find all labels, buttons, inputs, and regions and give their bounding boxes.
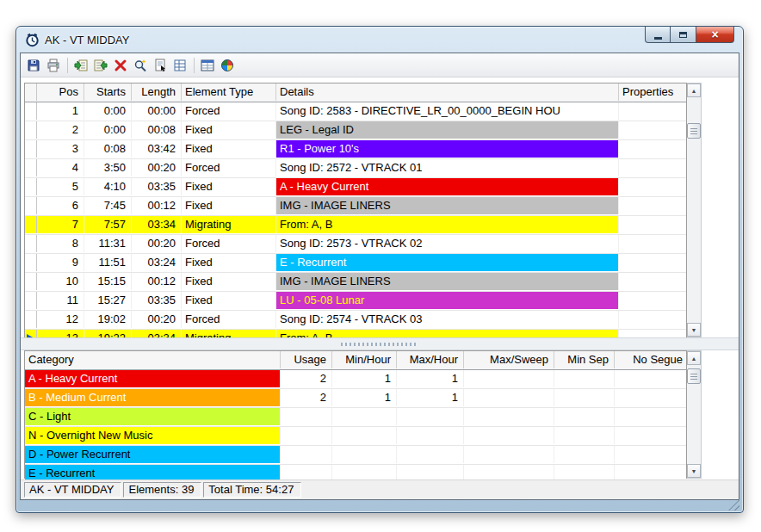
properties-button[interactable] [151,56,170,75]
cell-starts[interactable]: 7:45 [84,197,132,214]
cell-details[interactable]: From: A, B [276,216,619,233]
cell-no-segue[interactable] [615,408,688,425]
cell-usage[interactable] [281,446,332,463]
cell-element-type[interactable]: Fixed [182,254,276,271]
cell-usage[interactable]: 2 [281,370,332,387]
cell-usage[interactable]: 2 [281,389,332,406]
cell-element-type[interactable]: Fixed [182,292,276,309]
cell-min-hour[interactable]: 1 [332,389,397,406]
schedule-scrollbar[interactable]: ▲ ▼ [687,83,702,337]
cell-length[interactable]: 03:35 [132,178,182,195]
row-gutter[interactable] [25,121,37,139]
scroll-down-button[interactable]: ▼ [687,464,701,478]
minimize-button[interactable] [645,27,671,43]
cell-category[interactable]: N - Overnight New Music [25,427,281,444]
cell-max-sweep[interactable] [464,370,554,387]
cell-properties[interactable] [619,197,688,214]
column-header-usage[interactable]: Usage [281,351,332,368]
cell-properties[interactable] [619,273,688,290]
cell-pos[interactable]: 3 [37,140,84,158]
schedule-row[interactable]: 1015:1500:12FixedIMG - IMAGE LINERS [25,273,686,292]
cell-length[interactable]: 03:24 [132,254,182,271]
cell-element-type[interactable]: Fixed [182,273,276,290]
cell-min-sep[interactable] [554,370,615,387]
column-header-category[interactable]: Category [25,351,281,368]
cell-element-type[interactable]: Migrating [182,216,276,233]
scroll-thumb[interactable] [687,123,701,139]
schedule-row[interactable]: 30:0803:42FixedR1 - Power 10's [25,140,686,159]
cell-element-type[interactable]: Forced [182,102,276,120]
schedule-row[interactable]: 54:1003:35FixedA - Heavy Current [25,178,686,197]
cell-category[interactable]: A - Heavy Current [25,370,281,387]
row-gutter[interactable] [25,273,37,290]
cell-max-hour[interactable]: 1 [397,389,464,406]
cell-starts[interactable]: 0:08 [84,140,132,158]
cell-properties[interactable] [619,121,688,139]
column-header-details[interactable]: Details [276,84,619,101]
category-row[interactable]: C - Light [25,408,686,427]
schedule-row[interactable]: 77:5703:34MigratingFrom: A, B [25,216,686,235]
cell-starts[interactable]: 0:00 [84,121,132,139]
column-header-max-hour[interactable]: Max/Hour [397,351,464,368]
column-header-min-hour[interactable]: Min/Hour [332,351,397,368]
cell-properties[interactable] [619,292,688,309]
cell-starts[interactable]: 3:50 [84,159,132,176]
cell-properties[interactable] [619,140,688,158]
insert-element-button[interactable] [71,56,90,75]
cell-length[interactable]: 00:12 [132,197,182,214]
cell-details[interactable]: Song ID: 2572 - VTRACK 01 [276,159,619,176]
category-row[interactable]: N - Overnight New Music [25,427,686,446]
cell-details[interactable]: IMG - IMAGE LINERS [276,273,619,290]
cell-starts[interactable]: 15:15 [84,273,132,290]
cell-min-sep[interactable] [554,389,615,406]
cell-properties[interactable] [619,178,688,195]
cell-properties[interactable] [619,102,688,120]
category-row[interactable]: D - Power Recurrent [25,446,686,465]
cell-element-type[interactable]: Fixed [182,178,276,195]
find-button[interactable] [131,56,150,75]
column-header-max-sweep[interactable]: Max/Sweep [464,351,554,368]
cell-starts[interactable]: 11:31 [84,235,132,252]
cell-element-type[interactable]: Fixed [182,140,276,158]
cell-min-sep[interactable] [554,427,615,444]
scroll-track[interactable] [687,365,701,464]
cell-pos[interactable]: 2 [37,121,84,139]
cell-pos[interactable]: 5 [37,178,84,195]
cell-min-hour[interactable] [332,427,397,444]
hour-grid-button[interactable] [170,56,189,75]
cell-max-hour[interactable] [397,408,464,425]
column-header-no-segue[interactable]: No Segue [615,351,688,368]
cell-no-segue[interactable] [615,389,688,406]
schedule-row[interactable]: 911:5103:24FixedE - Recurrent [25,254,686,273]
list-view-button[interactable] [198,56,217,75]
cell-min-hour[interactable] [332,446,397,463]
cell-max-sweep[interactable] [464,446,554,463]
row-gutter[interactable] [25,292,37,309]
row-gutter[interactable] [25,178,37,195]
cell-properties[interactable] [619,159,688,176]
row-gutter[interactable] [25,159,37,176]
cell-details[interactable]: LU - 05-08 Lunar [276,292,619,309]
cell-usage[interactable] [281,408,332,425]
row-gutter[interactable] [25,254,37,271]
cell-length[interactable]: 00:00 [132,102,182,120]
cell-properties[interactable] [619,311,688,328]
scroll-track[interactable] [687,97,701,323]
cell-pos[interactable]: 10 [37,273,84,290]
cell-min-sep[interactable] [554,446,615,463]
row-gutter[interactable] [25,102,37,120]
column-header-length[interactable]: Length [132,84,182,101]
cell-pos[interactable]: 1 [37,102,84,120]
cell-element-type[interactable]: Fixed [182,121,276,139]
cell-pos[interactable]: 12 [37,311,84,328]
cell-element-type[interactable]: Forced [182,311,276,328]
maximize-button[interactable] [671,27,696,43]
cell-min-sep[interactable] [554,408,615,425]
cell-max-hour[interactable] [397,446,464,463]
cell-element-type[interactable]: Forced [182,235,276,252]
row-gutter[interactable] [25,311,37,328]
cell-details[interactable]: Song ID: 2574 - VTRACK 03 [276,311,619,328]
cell-length[interactable]: 03:42 [132,140,182,158]
analysis-button[interactable] [218,56,237,75]
cell-no-segue[interactable] [615,427,688,444]
